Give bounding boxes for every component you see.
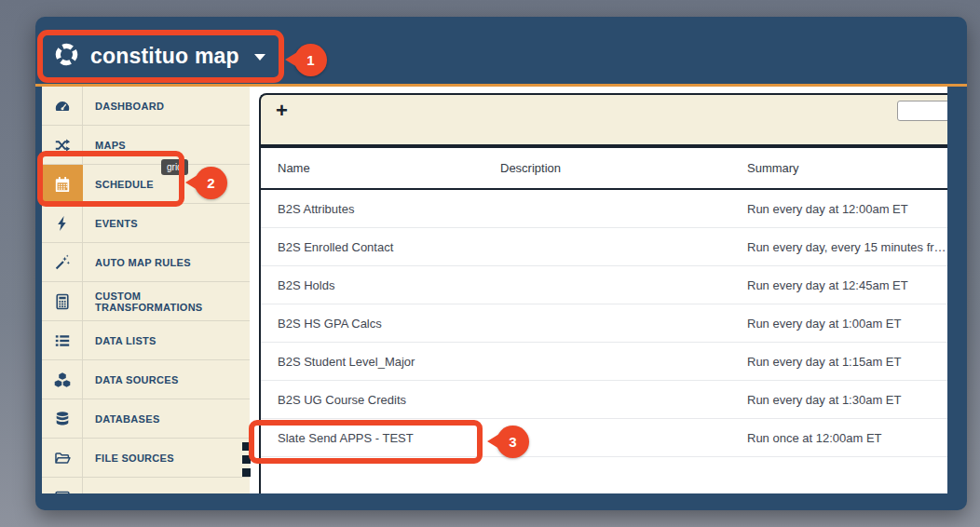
- cell-summary: Run every day, every 15 minutes fr…: [747, 240, 947, 254]
- table-row[interactable]: B2S HS GPA CalcsRun every day at 1:00am …: [261, 304, 947, 343]
- sidebar-item-label: FILE SOURCES: [83, 439, 174, 477]
- list-icon: [42, 321, 83, 359]
- cubes-icon: [42, 360, 83, 399]
- callout-badge-2: 2: [195, 167, 227, 199]
- callout-tail: [185, 175, 197, 190]
- cell-name: B2S Student Level_Major: [278, 355, 500, 369]
- bolt-icon: [42, 204, 83, 242]
- search-input[interactable]: [897, 101, 947, 121]
- sidebar-item-label: DATA LISTS: [83, 321, 157, 359]
- toolbar: +: [259, 93, 947, 146]
- cell-name: B2S Enrolled Contact: [278, 240, 500, 254]
- table-header-row: Name Description Summary: [261, 148, 947, 190]
- table-row[interactable]: B2S Enrolled ContactRun every day, every…: [261, 228, 947, 266]
- table-row[interactable]: B2S AttributesRun every day at 12:00am E…: [261, 190, 947, 228]
- sidebar-item-label: DATA SOURCES: [83, 360, 179, 399]
- sidebar-item-label: DASHBOARD: [83, 87, 164, 125]
- sidebar-item-events[interactable]: EVENTS: [42, 204, 250, 243]
- callout-badge-1: 1: [294, 44, 327, 76]
- sidebar-item-custom-transformations[interactable]: CUSTOM TRANSFORMATIONS: [42, 282, 250, 321]
- cell-name: B2S Attributes: [278, 202, 500, 216]
- add-button[interactable]: +: [276, 101, 288, 121]
- dashboard-icon: [42, 87, 83, 125]
- sidebar-item-data-lists[interactable]: DATA LISTS: [42, 321, 250, 360]
- sidebar-item-dashboard[interactable]: DASHBOARD: [42, 87, 250, 126]
- cell-summary: Run every day at 12:45am ET: [747, 278, 947, 292]
- column-header-name[interactable]: Name: [278, 161, 500, 175]
- callout-tail: [487, 434, 499, 449]
- highlight-box-slate-row: [249, 420, 483, 464]
- table-row[interactable]: B2S Student Level_MajorRun every day at …: [261, 343, 947, 381]
- cell-summary: Run every day at 1:00am ET: [747, 317, 947, 331]
- sidebar-item-label: DATABASES: [83, 399, 160, 438]
- cell-summary: Run every day at 1:15am ET: [747, 355, 947, 369]
- cell-name: B2S UG Course Credits: [278, 393, 500, 407]
- cell-name: B2S HS GPA Calcs: [278, 317, 500, 331]
- database-icon: [42, 399, 83, 438]
- sidebar-item-formatters[interactable]: FORMATTERS: [42, 478, 250, 493]
- highlight-box-schedule: [37, 151, 184, 207]
- callout-tail: [285, 52, 297, 67]
- cell-summary: Run every day at 12:00am ET: [747, 202, 947, 216]
- newspaper-icon: [42, 478, 83, 493]
- table-row[interactable]: B2S UG Course CreditsRun every day at 1:…: [261, 381, 947, 419]
- column-header-description[interactable]: Description: [500, 161, 747, 175]
- table-row[interactable]: B2S HoldsRun every day at 12:45am ET: [261, 266, 947, 304]
- sidebar-item-auto-map-rules[interactable]: AUTO MAP RULES: [42, 243, 250, 282]
- sidebar-item-label: FORMATTERS: [83, 478, 169, 493]
- cell-name: B2S Holds: [278, 278, 500, 292]
- sidebar-item-label: CUSTOM TRANSFORMATIONS: [83, 282, 250, 320]
- sidebar: DASHBOARDMAPSSCHEDULEEVENTSAUTO MAP RULE…: [42, 87, 250, 493]
- folder-open-icon: [42, 439, 83, 477]
- sidebar-items: DASHBOARDMAPSSCHEDULEEVENTSAUTO MAP RULE…: [42, 87, 250, 493]
- sidebar-item-label: AUTO MAP RULES: [83, 243, 191, 281]
- magic-wand-icon: [42, 243, 83, 281]
- column-header-summary[interactable]: Summary: [747, 161, 947, 175]
- table-body: B2S AttributesRun every day at 12:00am E…: [261, 190, 947, 457]
- sidebar-item-data-sources[interactable]: DATA SOURCES: [42, 360, 250, 399]
- desktop-background: constituo map DASHBOARDMAPSSCHEDULEEVENT…: [0, 0, 980, 527]
- callout-badge-3: 3: [497, 426, 529, 458]
- sidebar-item-label: EVENTS: [83, 204, 138, 242]
- highlight-box-logo: [37, 30, 284, 83]
- cell-summary: Run every day at 1:30am ET: [747, 393, 947, 407]
- sidebar-item-file-sources[interactable]: FILE SOURCES: [42, 439, 250, 478]
- calculator-icon: [42, 282, 83, 320]
- sidebar-item-databases[interactable]: DATABASES: [42, 399, 250, 439]
- cell-summary: Run once at 12:00am ET: [747, 431, 947, 445]
